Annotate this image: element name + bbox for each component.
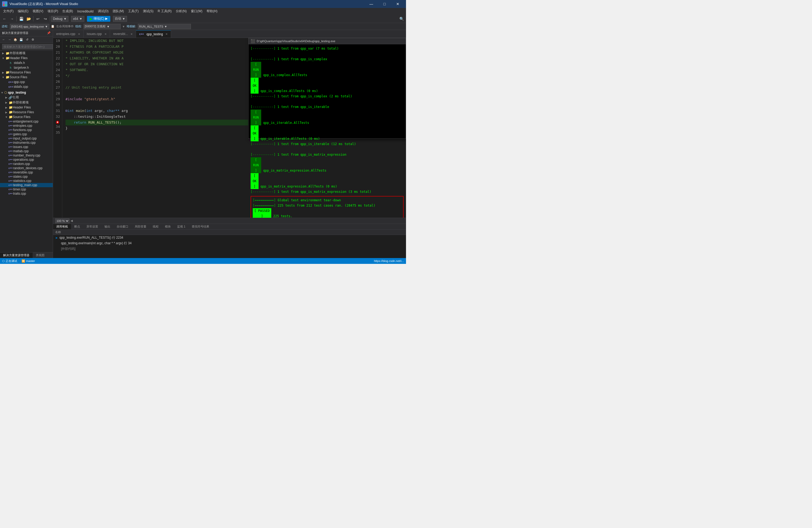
close-button[interactable]: ✕ (392, 0, 404, 8)
tree-item-refs[interactable]: ▶ 🔗 引用 (0, 95, 53, 100)
passed-badge: [ PASSED ] (253, 208, 271, 218)
zoom-select[interactable]: 100 % 75 % 150 % (55, 219, 70, 223)
tree-item-stdafx-cpp[interactable]: c++ stdafx.cpp (0, 84, 53, 89)
sidebar-refresh[interactable]: ↺ (25, 37, 30, 42)
bp-tab-auto[interactable]: 自动窗口 (114, 224, 132, 230)
sidebar-filter[interactable]: ⚙ (30, 37, 35, 42)
tree-item-testing-main[interactable]: c++ testing_main.cpp (0, 183, 53, 187)
tree-item-targetver-h[interactable]: h targetver.h (0, 65, 53, 70)
menu-file[interactable]: 文件(F) (1, 8, 16, 15)
bp-tab-call-stack[interactable]: 调用堆栈 (53, 224, 71, 230)
bp-tab-breakpoints[interactable]: 断点 (71, 224, 83, 230)
tree-item-qpp-cpp[interactable]: c++ qpp.cpp (0, 79, 53, 84)
call-stack-item-1[interactable]: ➤ qpp_testing.exe!RUN_ALL_TESTS() 行 2234 (53, 235, 406, 240)
undo-button[interactable]: ↩ (34, 15, 41, 22)
tree-item-random[interactable]: c++ random.cpp (0, 162, 53, 166)
pin-icon[interactable]: 📌 (47, 31, 50, 35)
tree-item-random-devices[interactable]: c++ random_devices.cpp (0, 166, 53, 170)
tree-item-gates[interactable]: c++ gates.cpp (0, 132, 53, 136)
bp-tab-modules[interactable]: 模块 (162, 224, 174, 230)
tree-item-entanglement[interactable]: c++ entanglement.cpp (0, 119, 53, 123)
sidebar-save[interactable]: 💾 (18, 37, 24, 42)
tree-item-instruments[interactable]: c++ instruments.cpp (0, 141, 53, 145)
bp-tab-output[interactable]: 输出 (101, 224, 114, 230)
tree-item-matlab[interactable]: c++ matlab.cpp (0, 149, 53, 153)
tree-item-statistics[interactable]: c++ statistics.cpp (0, 179, 53, 183)
call-stack-item-3[interactable]: [外部代码] (53, 246, 406, 252)
bp-tab-exceptions[interactable]: 异常设置 (83, 224, 101, 230)
tree-item-reversible[interactable]: c++ reversible.cpp (0, 170, 53, 175)
continue-button[interactable]: ▶ 继续(C) ▶ (87, 16, 110, 22)
tree-item-resource-files-2[interactable]: ▶ 📁 Resource Files (0, 110, 53, 115)
sidebar-back[interactable]: ← (1, 37, 6, 42)
tree-item-states[interactable]: c++ states.cpp (0, 175, 53, 179)
tree-item-issues[interactable]: c++ issues.cpp (0, 145, 53, 149)
debug-config-dropdown[interactable]: Debug ▼ (51, 16, 69, 22)
bottom-panel-tabs: 调用堆栈 断点 异常设置 输出 自动窗口 局部变量 线程 模块 监视 1 查找符… (53, 224, 406, 230)
thread-dropdown[interactable]: [500072] 主线程 ▼ (84, 24, 121, 29)
tree-item-header-files-1[interactable]: ▼ 📁 Header Files (0, 56, 53, 60)
menu-view[interactable]: 视图(V) (30, 8, 45, 15)
tab-qpp-testing[interactable]: c++ qpp_testing ✕ (136, 30, 171, 38)
sidebar-tab-solution-explorer[interactable]: 解决方案资源管理器 (0, 252, 33, 258)
menu-window[interactable]: 窗口(W) (189, 8, 204, 15)
tab-reversible[interactable]: reversibl... ✕ (110, 30, 136, 38)
process-bar: 进程: [500140] qpp_testing.exe ▼ 📋 生命周期事件 … (0, 23, 406, 30)
menu-rtools[interactable]: R 工具(R) (156, 8, 174, 15)
forward-button[interactable]: → (9, 15, 15, 22)
tree-item-input-output[interactable]: c++ input_output.cpp (0, 136, 53, 141)
tree-item-ext-deps-2[interactable]: ▶ 📁 外部依赖项 (0, 100, 53, 105)
tree-item-entropies[interactable]: c++ entropies.cpp (0, 123, 53, 128)
tree-item-resource-files-1[interactable]: ▶ 📁 Resource Files (0, 70, 53, 75)
bp-tab-locals[interactable]: 局部变量 (132, 224, 149, 230)
sidebar-home[interactable]: 🏠 (13, 37, 18, 42)
tree-item-number-theory[interactable]: c++ number_theory.cpp (0, 153, 53, 158)
process-dropdown[interactable]: [500140] qpp_testing.exe ▼ (10, 24, 49, 29)
call-stack-item-2[interactable]: qpp_testing.exe!main(int argc, char * * … (53, 240, 406, 246)
tree-item-timer[interactable]: c++ timer.cpp (0, 187, 53, 191)
tab-close-icon[interactable]: ✕ (130, 33, 133, 35)
menu-tools[interactable]: 工具(T) (126, 8, 141, 15)
bp-tab-watch1[interactable]: 监视 1 (174, 224, 189, 230)
tree-item-functions[interactable]: c++ functions.cpp (0, 128, 53, 132)
bp-tab-find-symbol[interactable]: 查找符号结果 (189, 224, 213, 230)
save-button[interactable]: 💾 (18, 15, 25, 22)
tree-item-source-files-2[interactable]: ▼ 📁 Source Files (0, 115, 53, 119)
term-line-12: [ OK ] qpp_is_matrix_expression.AllTests… (251, 173, 404, 189)
menu-help[interactable]: 帮助(H) (204, 8, 220, 15)
tree-item-qpp-testing-project[interactable]: ▼ ⬡ qpp_testing (0, 90, 53, 95)
back-button[interactable]: ← (1, 15, 8, 22)
minimize-button[interactable]: — (365, 0, 377, 8)
tab-entropies[interactable]: entropies.cpp ✕ (53, 30, 84, 38)
redo-button[interactable]: ↪ (42, 15, 49, 22)
menu-team[interactable]: 团队(M) (111, 8, 126, 15)
auto-dropdown[interactable]: 自动 ▼ (113, 16, 127, 22)
maximize-button[interactable]: □ (378, 0, 391, 8)
tree-item-ext-deps-1[interactable]: ▶ 📁 外部依赖项 (0, 51, 53, 56)
stack-dropdown[interactable]: RUN_ALL_TESTS ▼ (138, 24, 191, 29)
sidebar-search-input[interactable] (2, 44, 53, 49)
tree-item-header-files-2[interactable]: ▶ 📁 Header Files (0, 105, 53, 110)
tree-item-stdafx-h[interactable]: h stdafx.h (0, 60, 53, 65)
open-button[interactable]: 📂 (25, 15, 32, 22)
search-button[interactable]: 🔍 (398, 15, 405, 22)
bp-tab-threads[interactable]: 线程 (149, 224, 162, 230)
tab-close-icon[interactable]: ✕ (165, 33, 168, 35)
menu-debug[interactable]: 调试(D) (96, 8, 111, 15)
platform-dropdown[interactable]: x64 ▼ (71, 16, 84, 22)
tree-item-source-files-1[interactable]: ▼ 📁 Source Files (0, 75, 53, 79)
menu-incredibuild[interactable]: Incredibuild (75, 8, 96, 15)
tree-item-operations[interactable]: c++ operations.cpp (0, 158, 53, 162)
sidebar-forward[interactable]: → (7, 37, 12, 42)
menu-build[interactable]: 生成(B) (60, 8, 75, 15)
menu-edit[interactable]: 编辑(E) (16, 8, 30, 15)
menu-analyze[interactable]: 分析(N) (174, 8, 189, 15)
scroll-left-icon[interactable]: ◀ (71, 219, 73, 222)
sidebar-tab-class-view[interactable]: 类视图 (33, 252, 48, 258)
tab-close-icon[interactable]: ✕ (78, 33, 80, 35)
menu-test[interactable]: 测试(S) (141, 8, 156, 15)
tab-close-icon[interactable]: ✕ (104, 33, 106, 35)
tree-item-traits[interactable]: c++ traits.cpp (0, 191, 53, 196)
menu-project[interactable]: 项目(P) (45, 8, 60, 15)
tab-issues[interactable]: issues.cpp ✕ (84, 30, 110, 38)
